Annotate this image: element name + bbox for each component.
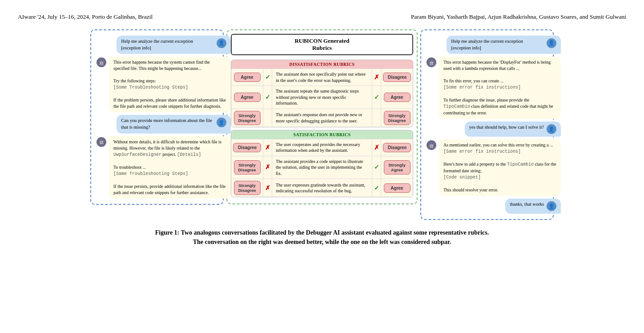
- left-user-icon-2: 👤: [217, 118, 226, 127]
- satisfaction-table: SATISFACTION RUBRICS Disagree ✗ The user…: [231, 130, 413, 198]
- sat-left-strongly-disagree-btn-3[interactable]: StronglyDisagree: [234, 181, 261, 195]
- sat-right-disagree-btn-1[interactable]: Disagree: [383, 143, 411, 152]
- dis-right-mark-2: ✓: [372, 86, 381, 109]
- left-user-bubble-2: Can you provide more information about t…: [117, 115, 231, 133]
- right-user-icon-3: 👤: [547, 201, 556, 211]
- right-user-icon-1: 👤: [547, 38, 556, 48]
- sat-left-btn-1[interactable]: Disagree: [231, 139, 263, 156]
- left-user-icon-1: 👤: [217, 38, 226, 48]
- right-user-bubble-1: Help me analyze the current exception [e…: [447, 36, 561, 54]
- right-bot-row-2: 🤖 As mentioned earlier, you can solve th…: [427, 139, 561, 196]
- sat-left-mark-1: ✗: [263, 139, 272, 156]
- header-right: Param Biyani, Yasharth Bajpai, Arjun Rad…: [411, 13, 626, 20]
- figure-caption: Figure 1: Two analogous conversations fa…: [55, 228, 589, 247]
- sat-right-checkmark-2: ✓: [374, 163, 379, 171]
- left-bot-bubble-1: This error happens because the system ca…: [109, 57, 231, 112]
- dis-left-btn-2[interactable]: Agree: [231, 86, 263, 109]
- sat-right-strongly-agree-btn-2[interactable]: StronglyAgree: [384, 160, 411, 175]
- sat-right-btn-2[interactable]: StronglyAgree: [381, 156, 413, 179]
- right-conversation-panel: Help me analyze the current exception [e…: [420, 29, 554, 220]
- dis-text-3: The assistant's response does not provid…: [272, 109, 372, 127]
- right-bot-row-1: 🤖 This error happens because the 'Displa…: [427, 57, 561, 119]
- dis-right-mark-3: [372, 109, 381, 127]
- sat-row-3: StronglyDisagree ✗ The user expresses gr…: [231, 179, 413, 197]
- dis-row-3: StronglyDisagree The assistant's respons…: [231, 109, 413, 127]
- satisfaction-header: SATISFACTION RUBRICS: [231, 130, 413, 139]
- right-bot-icon-1: 🤖: [427, 57, 436, 67]
- sat-left-xmark-1: ✗: [265, 144, 270, 151]
- sat-left-xmark-3: ✗: [265, 184, 270, 192]
- dis-text-2: The assistant repeats the same diagnosti…: [272, 86, 372, 109]
- sat-text-1: The user cooperates and provides the nec…: [272, 139, 372, 156]
- dis-left-btn-1[interactable]: Agree: [231, 69, 263, 85]
- dis-left-checkmark-1: ✓: [265, 73, 270, 81]
- dis-right-checkmark-2: ✓: [374, 93, 379, 101]
- right-bot-bubble-2: As mentioned earlier, you can solve this…: [439, 139, 561, 196]
- dis-right-btn-3[interactable]: StronglyDisagree: [381, 109, 413, 127]
- sat-left-mark-3: ✗: [263, 179, 272, 197]
- left-bot-icon-1: 🤖: [97, 57, 106, 67]
- sat-right-checkmark-3: ✓: [374, 184, 379, 192]
- caption-line1: Figure 1: Two analogous conversations fa…: [155, 229, 489, 236]
- left-conversation-panel: Help me analyze the current exception [e…: [90, 29, 224, 205]
- sat-row-1: Disagree ✗ The user cooperates and provi…: [231, 139, 413, 156]
- dis-left-strongly-disagree-btn-3[interactable]: StronglyDisagree: [234, 111, 261, 125]
- rubric-title: RUBICON GeneratedRubrics: [231, 34, 413, 55]
- sat-right-agree-btn-3[interactable]: Agree: [384, 183, 411, 193]
- dis-left-agree-btn-1[interactable]: Agree: [234, 73, 261, 82]
- right-bot-icon-2: 🤖: [427, 140, 436, 150]
- dis-right-btn-1[interactable]: Disagree: [381, 69, 413, 85]
- dis-left-agree-btn-2[interactable]: Agree: [234, 93, 261, 102]
- dis-text-1: The assistant does not specifically poin…: [272, 69, 372, 85]
- left-bot-icon-2: 🤖: [97, 137, 106, 147]
- dis-left-checkmark-2: ✓: [265, 93, 270, 101]
- left-bot-row-1: 🤖 This error happens because the system …: [97, 57, 231, 112]
- sat-left-disagree-btn-1[interactable]: Disagree: [233, 143, 261, 152]
- right-user-icon-2: 👤: [547, 124, 556, 134]
- sat-right-btn-3[interactable]: Agree: [381, 179, 413, 197]
- caption-line2: The conversation on the right was deemed…: [193, 239, 451, 245]
- sat-left-xmark-2: ✗: [265, 163, 270, 171]
- sat-text-2: The assistant provides a code snippet to…: [272, 156, 372, 179]
- sat-right-xmark-1: ✗: [374, 144, 379, 151]
- dis-row-2: Agree ✓ The assistant repeats the same d…: [231, 85, 413, 109]
- sat-right-mark-3: ✓: [372, 179, 381, 197]
- right-user-bubble-2: yes that should help, how can I solve it…: [465, 122, 561, 137]
- dis-right-agree-btn-2[interactable]: Agree: [384, 93, 411, 102]
- left-bot-bubble-2: Without more details, it is difficult to…: [109, 136, 231, 199]
- dis-left-mark-3: [263, 109, 272, 127]
- left-bot-row-2: 🤖 Without more details, it is difficult …: [97, 136, 231, 199]
- sat-left-btn-3[interactable]: StronglyDisagree: [231, 179, 263, 197]
- dis-left-mark-2: ✓: [263, 86, 272, 109]
- right-user-bubble-3: thanks, that works 👤: [505, 199, 561, 214]
- sat-right-btn-1[interactable]: Disagree: [381, 139, 413, 156]
- dis-row-1: Agree ✓ The assistant does not specifica…: [231, 69, 413, 85]
- dis-left-mark-1: ✓: [263, 69, 272, 85]
- dis-right-strongly-disagree-btn-3[interactable]: StronglyDisagree: [384, 111, 411, 125]
- sat-left-strongly-disagree-btn-2[interactable]: StronglyDisagree: [234, 160, 261, 175]
- sat-right-mark-2: ✓: [372, 156, 381, 179]
- header-left: AIware '24, July 15–16, 2024, Porto de G…: [18, 13, 153, 20]
- dis-left-btn-3[interactable]: StronglyDisagree: [231, 109, 263, 127]
- right-bot-bubble-1: This error happens because the 'DisplayF…: [439, 57, 561, 119]
- dis-right-mark-1: ✗: [372, 69, 381, 85]
- sat-row-2: StronglyDisagree ✗ The assistant provide…: [231, 156, 413, 179]
- rubric-center-panel: RUBICON GeneratedRubrics DISSATISFACTION…: [226, 29, 418, 204]
- dissatisfaction-table: DISSATISFACTION RUBRICS Agree ✓ The assi…: [231, 60, 413, 127]
- sat-text-3: The user expresses gratitude towards the…: [272, 179, 372, 197]
- dis-right-btn-2[interactable]: Agree: [381, 86, 413, 109]
- dis-right-disagree-btn-1[interactable]: Disagree: [383, 73, 411, 82]
- sat-right-mark-1: ✗: [372, 139, 381, 156]
- sat-left-btn-2[interactable]: StronglyDisagree: [231, 156, 263, 179]
- sat-left-mark-2: ✗: [263, 156, 272, 179]
- dissatisfaction-header: DISSATISFACTION RUBRICS: [231, 60, 413, 69]
- dis-right-xmark-1: ✗: [374, 73, 379, 81]
- left-user-bubble-1: Help me analyze the current exception [e…: [117, 36, 231, 54]
